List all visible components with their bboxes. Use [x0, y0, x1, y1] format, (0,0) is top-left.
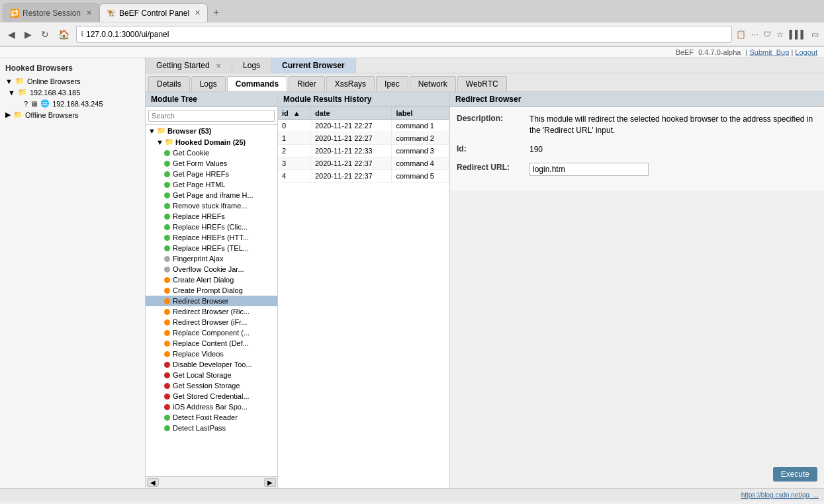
sub-tab-xssrays[interactable]: XssRays	[326, 76, 375, 91]
table-cell-id: 0	[278, 120, 310, 132]
browser-node[interactable]: ▼ 📁 Browser (53)	[146, 125, 277, 136]
col-label-header[interactable]: label	[392, 107, 449, 120]
search-input[interactable]	[148, 110, 275, 122]
module-item[interactable]: Replace Videos	[146, 349, 277, 359]
tab-beef-close[interactable]: ✕	[195, 9, 201, 17]
module-item[interactable]: Replace HREFs	[146, 211, 277, 222]
back-button[interactable]: ◀	[5, 28, 18, 41]
module-item[interactable]: Redirect Browser	[146, 296, 277, 306]
tab-current-browser[interactable]: Current Browser	[271, 58, 356, 73]
module-item[interactable]: Disable Developer Too...	[146, 359, 277, 370]
monitor-icon: 🖥	[30, 100, 38, 108]
footer: https://blog.csdn.net/qq_...	[0, 488, 824, 501]
tab-restore-close[interactable]: ✕	[86, 9, 92, 17]
module-item[interactable]: Get Page HREFs	[146, 169, 277, 179]
scroll-right-btn[interactable]: ▶	[264, 478, 276, 487]
bookmark-list-icon[interactable]: 📋	[736, 30, 746, 39]
expand-arrow-ip1: ▼	[8, 89, 15, 97]
star-icon[interactable]: ☆	[776, 30, 784, 39]
logout-link[interactable]: Logout	[795, 48, 817, 56]
module-item[interactable]: Get Stored Credential...	[146, 391, 277, 401]
sub-tab-details[interactable]: Details	[148, 76, 190, 91]
sub-tab-network[interactable]: Network	[410, 76, 456, 91]
sidebar-offline-browsers[interactable]: ▶ 📁 Offline Browsers	[0, 109, 145, 120]
module-item[interactable]: Detect LastPass	[146, 423, 277, 433]
module-dot	[164, 341, 170, 347]
more-icon[interactable]: ···	[751, 30, 758, 39]
tab-add-button[interactable]: +	[210, 7, 222, 19]
module-item[interactable]: Get Cookie	[146, 147, 277, 158]
sub-tab-webrtc[interactable]: WebRTC	[457, 76, 507, 91]
col-date-header[interactable]: date	[310, 107, 392, 120]
redirect-url-input[interactable]	[529, 163, 649, 176]
sidebar-ip1[interactable]: ▼ 📁 192.168.43.185	[0, 87, 145, 98]
module-item[interactable]: Create Alert Dialog	[146, 274, 277, 285]
table-cell-id: 2	[278, 145, 310, 157]
module-item[interactable]: Create Prompt Dialog	[146, 285, 277, 296]
reload-button[interactable]: ↻	[38, 28, 52, 41]
forward-button[interactable]: ▶	[22, 28, 34, 41]
module-item[interactable]: Replace Component (...	[146, 327, 277, 338]
top-tabs: Getting Started ✕ Logs Current Browser	[146, 58, 824, 73]
footer-link[interactable]: https://blog.csdn.net/qq_...	[741, 491, 819, 499]
tab-bar: 🔁 Restore Session ✕ 🐮 BeEF Control Panel…	[0, 0, 824, 22]
sub-tab-ipec[interactable]: Ipec	[376, 76, 408, 91]
submit-bug-link[interactable]: Submit_Bug	[749, 48, 789, 56]
main-layout: Hooked Browsers ▼ 📁 Online Browsers ▼ 📁 …	[0, 58, 824, 488]
sidebar-toggle-icon[interactable]: ▭	[811, 30, 819, 39]
tab-getting-started-close[interactable]: ✕	[216, 62, 221, 69]
sidebar-online-browsers[interactable]: ▼ 📁 Online Browsers	[0, 75, 145, 87]
module-item[interactable]: Replace Content (Def...	[146, 338, 277, 349]
module-item[interactable]: Get Page and iframe H...	[146, 190, 277, 200]
browser-tab-beef[interactable]: 🐮 BeEF Control Panel ✕	[99, 3, 208, 22]
results-title: Module Results History	[278, 92, 449, 107]
module-item[interactable]: Get Page HTML	[146, 179, 277, 190]
module-dot	[164, 309, 170, 315]
hooked-domain-node[interactable]: ▼ 📁 Hooked Domain (25)	[146, 136, 277, 147]
sidebar-ip2[interactable]: ? 🖥 🌐 192.168.43.245	[0, 98, 145, 109]
table-row[interactable]: 42020-11-21 22:37command 5	[278, 170, 449, 183]
module-item[interactable]: Overflow Cookie Jar...	[146, 264, 277, 274]
module-item[interactable]: Detect Foxit Reader	[146, 412, 277, 423]
scroll-left-btn[interactable]: ◀	[147, 478, 159, 487]
module-item[interactable]: Redirect Browser (Ric...	[146, 306, 277, 317]
module-item[interactable]: Replace HREFs (TEL...	[146, 243, 277, 253]
table-row[interactable]: 12020-11-21 22:27command 2	[278, 132, 449, 145]
home-button[interactable]: 🏠	[56, 28, 72, 41]
module-item[interactable]: iOS Address Bar Spo...	[146, 401, 277, 412]
sub-tab-logs[interactable]: Logs	[191, 76, 226, 91]
module-item[interactable]: Replace HREFs (Clic...	[146, 222, 277, 232]
module-dot	[164, 330, 170, 336]
module-item[interactable]: Get Form Values	[146, 158, 277, 169]
execute-button[interactable]: Execute	[773, 467, 817, 482]
tab-logs[interactable]: Logs	[232, 58, 271, 73]
table-row[interactable]: 22020-11-21 22:33command 3	[278, 145, 449, 157]
address-bar[interactable]: ℹ 127.0.0.1:3000/ui/panel	[76, 26, 732, 43]
module-name: Create Prompt Dialog	[173, 286, 243, 294]
tab-logs-label: Logs	[243, 61, 260, 70]
module-dot	[164, 267, 170, 273]
module-name: Create Alert Dialog	[173, 276, 234, 284]
table-row[interactable]: 32020-11-21 22:37command 4	[278, 157, 449, 170]
tab-getting-started[interactable]: Getting Started ✕	[146, 58, 232, 73]
module-name: Get Session Storage	[173, 382, 240, 390]
module-item[interactable]: Remove stuck iframe...	[146, 200, 277, 211]
module-item[interactable]: Redirect Browser (iFr...	[146, 317, 277, 327]
module-dot	[164, 298, 170, 304]
module-name: Get Cookie	[173, 149, 209, 157]
library-icon[interactable]: ▌▌▌	[789, 30, 806, 39]
sub-tab-commands[interactable]: Commands	[227, 76, 287, 91]
module-item[interactable]: Fingerprint Ajax	[146, 253, 277, 264]
col-id-header[interactable]: id ▲	[278, 107, 310, 120]
browser-tab-restore[interactable]: 🔁 Restore Session ✕	[3, 3, 99, 22]
sub-tab-rider[interactable]: Rider	[289, 76, 325, 91]
module-item[interactable]: Get Session Storage	[146, 380, 277, 391]
module-item[interactable]: Get Local Storage	[146, 370, 277, 380]
table-row[interactable]: 02020-11-21 22:27command 1	[278, 120, 449, 132]
nav-bar: ◀ ▶ ↻ 🏠 ℹ 127.0.0.1:3000/ui/panel 📋 ··· …	[0, 22, 824, 46]
module-item[interactable]: Replace HREFs (HTT...	[146, 232, 277, 243]
tabs-container: Getting Started ✕ Logs Current Browser D…	[146, 58, 824, 92]
description-value: This module will redirect the selected h…	[529, 114, 817, 136]
table-cell-id: 1	[278, 132, 310, 145]
shield-icon[interactable]: 🛡	[763, 30, 771, 39]
